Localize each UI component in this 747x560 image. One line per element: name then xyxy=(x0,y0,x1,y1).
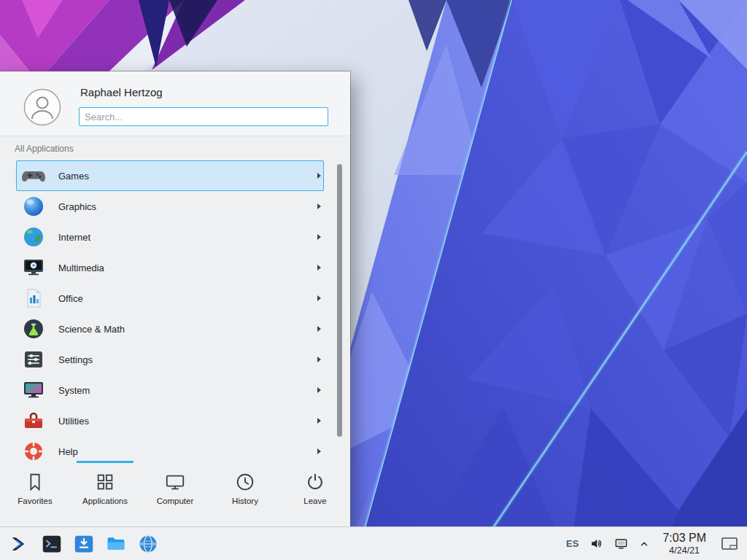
category-office[interactable]: Office xyxy=(16,283,324,314)
multimedia-icon xyxy=(22,256,45,279)
category-label: Utilities xyxy=(58,416,317,427)
computer-icon xyxy=(164,471,186,493)
utilities-icon xyxy=(22,409,45,432)
science-math-icon xyxy=(22,317,45,341)
submenu-arrow-icon xyxy=(317,448,321,454)
graphics-icon xyxy=(22,195,45,218)
user-name: Raphael Hertzog xyxy=(80,86,163,98)
history-icon xyxy=(234,471,256,493)
office-icon xyxy=(22,287,45,310)
tab-label: Favorites xyxy=(18,497,52,505)
system-tray: ES 7:03 PM 4/24/21 xyxy=(566,532,744,556)
taskbar-panel: ES 7:03 PM 4/24/21 xyxy=(0,526,747,560)
file-manager-icon[interactable] xyxy=(105,533,127,555)
category-label: Help xyxy=(58,446,317,457)
category-multimedia[interactable]: Multimedia xyxy=(16,252,324,283)
list-scrollbar[interactable] xyxy=(337,164,342,437)
expand-tray-icon[interactable] xyxy=(639,539,649,549)
category-label: System xyxy=(58,385,317,396)
tab-label: Applications xyxy=(82,497,128,505)
category-games[interactable]: Games xyxy=(16,160,324,191)
clock-time: 7:03 PM xyxy=(662,532,706,545)
application-categories: Games Graphics xyxy=(0,160,350,461)
internet-icon xyxy=(22,225,45,249)
tab-label: Computer xyxy=(157,497,194,505)
submenu-arrow-icon xyxy=(317,326,321,332)
category-label: Office xyxy=(58,293,317,304)
category-science-math[interactable]: Science & Math xyxy=(16,314,324,344)
category-internet[interactable]: Internet xyxy=(16,222,324,252)
tab-history[interactable]: History xyxy=(210,461,280,526)
help-icon xyxy=(22,440,45,461)
submenu-arrow-icon xyxy=(317,418,321,424)
terminal-icon[interactable] xyxy=(41,533,63,555)
applications-icon xyxy=(94,471,116,493)
tab-leave[interactable]: Leave xyxy=(280,461,350,526)
volume-icon[interactable] xyxy=(589,537,603,551)
category-settings[interactable]: Settings xyxy=(16,344,324,375)
category-system[interactable]: System xyxy=(16,375,324,405)
user-avatar[interactable] xyxy=(23,88,61,126)
category-label: Science & Math xyxy=(58,324,317,335)
category-label: Graphics xyxy=(58,201,317,212)
submenu-arrow-icon xyxy=(317,203,321,209)
system-icon xyxy=(22,378,45,402)
submenu-arrow-icon xyxy=(317,295,321,301)
submenu-arrow-icon xyxy=(317,173,321,179)
taskbar-launchers xyxy=(3,533,159,555)
network-icon[interactable] xyxy=(614,537,628,551)
app-menu-icon[interactable] xyxy=(9,533,31,555)
tab-computer[interactable]: Computer xyxy=(140,461,210,526)
submenu-arrow-icon xyxy=(317,265,321,271)
games-icon xyxy=(22,164,45,187)
web-browser-icon[interactable] xyxy=(137,533,159,555)
submenu-arrow-icon xyxy=(317,357,321,362)
software-center-icon[interactable] xyxy=(73,533,95,555)
digital-clock[interactable]: 7:03 PM 4/24/21 xyxy=(662,532,706,556)
launcher-header: Raphael Hertzog xyxy=(0,71,350,136)
settings-icon xyxy=(22,348,45,371)
favorites-icon xyxy=(24,471,46,493)
tab-label: History xyxy=(232,497,258,505)
keyboard-layout-indicator[interactable]: ES xyxy=(566,538,578,549)
category-label: Games xyxy=(58,171,317,182)
submenu-arrow-icon xyxy=(317,387,321,393)
application-launcher: Raphael Hertzog All Applications Games xyxy=(0,71,350,526)
category-graphics[interactable]: Graphics xyxy=(16,191,324,222)
kickoff-tabbar: Favorites Applications Computer xyxy=(0,461,350,526)
leave-icon xyxy=(304,471,326,493)
breadcrumb-all-applications: All Applications xyxy=(15,144,350,154)
category-label: Internet xyxy=(58,232,317,243)
tab-applications[interactable]: Applications xyxy=(70,461,140,526)
tab-favorites[interactable]: Favorites xyxy=(0,461,70,526)
clock-date: 4/24/21 xyxy=(662,545,706,556)
search-input[interactable] xyxy=(79,107,328,126)
show-desktop-icon[interactable] xyxy=(719,532,740,556)
category-label: Settings xyxy=(58,354,317,365)
category-utilities[interactable]: Utilities xyxy=(16,405,324,436)
category-label: Multimedia xyxy=(58,262,317,273)
submenu-arrow-icon xyxy=(317,234,321,240)
category-help[interactable]: Help xyxy=(16,436,324,461)
tab-label: Leave xyxy=(303,497,326,505)
